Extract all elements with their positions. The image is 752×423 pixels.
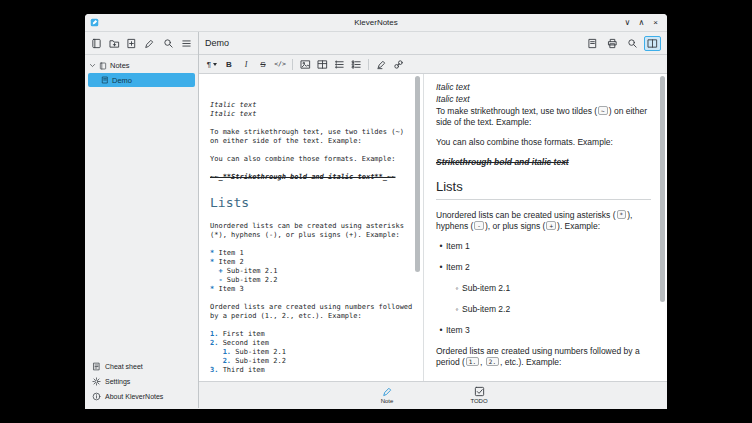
sidebar: Notes Demo Cheat sheet (85, 32, 199, 408)
header-actions (584, 36, 661, 51)
cheat-sheet-button[interactable]: Cheat sheet (85, 359, 198, 374)
tab-todo[interactable]: TODO (450, 386, 508, 404)
about-label: About KleverNotes (105, 393, 163, 400)
editor-line: - Sub-item 2.2 (210, 276, 409, 285)
tab-todo-label: TODO (470, 398, 487, 404)
tab-note[interactable]: Note (358, 386, 416, 404)
editor-scrollbar-thumb[interactable] (415, 76, 420, 272)
bullet-list-button[interactable] (331, 57, 347, 72)
image-icon (300, 59, 311, 70)
editor-line (210, 146, 409, 155)
insert-image-button[interactable] (297, 57, 313, 72)
link-icon (393, 59, 404, 70)
window-title: KleverNotes (85, 18, 667, 27)
preview-scrollbar[interactable] (660, 76, 665, 377)
ordered-list-button[interactable] (348, 57, 364, 72)
tree-item-demo[interactable]: Demo (88, 73, 195, 87)
rename-button[interactable] (142, 36, 158, 51)
note-tree: Notes Demo (85, 55, 198, 357)
new-note-button[interactable] (124, 36, 140, 51)
sidebar-toolbar (85, 32, 198, 55)
editor-line: Ordered lists are created using numbers … (210, 303, 409, 312)
preview-block: •Item 1 (436, 241, 651, 252)
editor-preview-split: Italic textItalic text To make strikethr… (199, 74, 667, 381)
chevron-down-icon (213, 63, 217, 66)
preview-block: •Item 3 (436, 325, 651, 336)
bullet-list-icon (334, 59, 345, 70)
editor-line (210, 294, 409, 303)
about-button[interactable]: About KleverNotes (85, 389, 198, 404)
editor-line: 2. Second item (210, 339, 409, 348)
new-folder-icon (109, 38, 120, 49)
preview-block: ◦Sub-item 2.2 (452, 304, 651, 315)
maximize-button[interactable]: ∧ (636, 17, 647, 29)
preview-scrollbar-thumb[interactable] (660, 76, 665, 302)
close-button[interactable]: × (650, 17, 661, 29)
window-controls: ∨ ∧ × (622, 17, 667, 29)
editor-line: Italic text (210, 110, 409, 119)
split-view-toggle[interactable] (644, 36, 661, 51)
highlight-button[interactable] (373, 57, 389, 72)
heading-menu-button[interactable]: ¶ (204, 57, 220, 72)
editor-line: Italic text (210, 101, 409, 110)
ordered-list-icon (351, 59, 362, 70)
page-switcher: Note TODO (199, 381, 667, 408)
preview-block: Lists (436, 179, 651, 200)
print-button[interactable] (604, 36, 621, 51)
editor-line: Lists (210, 194, 409, 211)
code-label: </> (274, 60, 286, 68)
zoom-button[interactable] (624, 36, 641, 51)
document-icon (587, 38, 598, 49)
table-icon (317, 59, 328, 70)
insert-table-button[interactable] (314, 57, 330, 72)
editor-line: (*), hyphens (-), or plus signs (+). Exa… (210, 231, 409, 240)
italic-label: I (245, 60, 248, 69)
insert-link-button[interactable] (390, 57, 406, 72)
markdown-editor[interactable]: Italic textItalic text To make strikethr… (199, 74, 423, 381)
bold-label: B (226, 60, 232, 69)
info-icon (92, 392, 101, 401)
tree-root-notes[interactable]: Notes (85, 59, 198, 72)
editor-line: To make strikethrough text, use two tild… (210, 128, 409, 137)
editor-line (210, 213, 409, 222)
preview-pane: Italic textItalic textTo make strikethro… (424, 74, 667, 381)
pen-icon (144, 38, 155, 49)
editor-line: 1. First item (210, 330, 409, 339)
search-button[interactable] (161, 36, 177, 51)
code-button[interactable]: </> (272, 57, 288, 72)
klevernotes-window: KleverNotes ∨ ∧ × (85, 14, 667, 409)
notebook-button[interactable] (89, 36, 105, 51)
editor-line: You can also combine those formats. Exam… (210, 155, 409, 164)
search-icon (163, 38, 174, 49)
pen-icon (382, 386, 393, 397)
italic-button[interactable]: I (238, 57, 254, 72)
export-note-button[interactable] (584, 36, 601, 51)
editor-line: + Sub-item 2.1 (210, 267, 409, 276)
menu-button[interactable] (179, 36, 195, 51)
preview-block: Ordered lists are created using numbers … (436, 346, 651, 368)
chevron-down-icon (89, 62, 96, 69)
notebook-icon (91, 38, 102, 49)
settings-label: Settings (105, 378, 130, 385)
hamburger-icon (181, 38, 192, 49)
editor-scrollbar[interactable] (415, 76, 420, 377)
printer-icon (607, 38, 618, 49)
format-toolbar: ¶ B I S </> (199, 55, 667, 74)
bold-button[interactable]: B (221, 57, 237, 72)
editor-line: 1. Sub-item 2.1 (210, 348, 409, 357)
preview-block: You can also combine those formats. Exam… (436, 137, 651, 148)
new-folder-button[interactable] (107, 36, 123, 51)
magnifier-icon (627, 38, 638, 49)
settings-button[interactable]: Settings (85, 374, 198, 389)
strikethrough-button[interactable]: S (255, 57, 271, 72)
minimize-button[interactable]: ∨ (622, 17, 633, 29)
editor-content[interactable]: Italic textItalic text To make strikethr… (210, 101, 409, 375)
highlighter-icon (376, 59, 387, 70)
tab-note-label: Note (381, 398, 394, 404)
note-header: Demo (199, 32, 667, 55)
sidebar-bottom: Cheat sheet Settings About KleverNotes (85, 357, 198, 408)
note-title: Demo (205, 38, 229, 48)
preview-block: To make strikethrough text, use two tild… (436, 106, 651, 128)
note-icon (101, 76, 109, 84)
editor-line: 2. Sub-item 2.2 (210, 357, 409, 366)
